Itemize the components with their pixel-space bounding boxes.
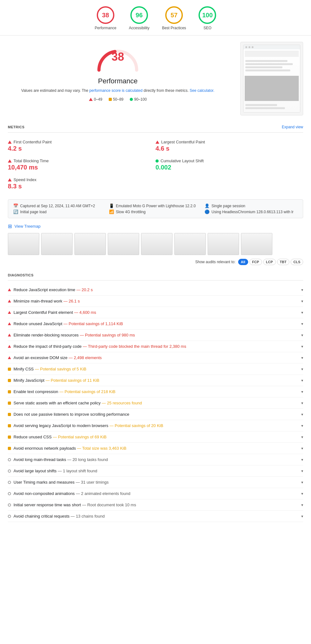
metrics-section-title: METRICS <box>8 125 25 129</box>
diag-text: Avoid large layout shifts — 1 layout shi… <box>14 469 97 473</box>
diag-circle-icon <box>8 469 11 473</box>
score-performance[interactable]: 38 Performance <box>95 6 117 30</box>
diagnostic-item[interactable]: Eliminate render-blocking resources — Po… <box>8 330 303 341</box>
diag-text: Avoid enormous network payloads — Total … <box>14 446 126 451</box>
score-circle-performance: 38 <box>97 6 114 24</box>
diagnostic-item[interactable]: Reduce the impact of third-party code — … <box>8 341 303 352</box>
film-frame <box>74 233 106 255</box>
metric-tbt: Total Blocking Time 10,470 ms <box>8 155 156 174</box>
chevron-down-icon: ▾ <box>301 299 303 303</box>
diag-square-icon <box>8 368 11 371</box>
chevron-down-icon: ▾ <box>301 424 303 428</box>
diag-text: Minify CSS — Potential savings of 5 KiB <box>14 367 86 371</box>
metric-value: 4.2 s <box>8 145 156 152</box>
diagnostic-item[interactable]: Avoid long main-thread tasks — 20 long t… <box>8 454 303 465</box>
diagnostic-item[interactable]: Avoid enormous network payloads — Total … <box>8 443 303 454</box>
metric-triangle-icon <box>156 141 159 144</box>
metric-label: Total Blocking Time <box>14 158 49 163</box>
chevron-down-icon: ▾ <box>301 367 303 371</box>
diagnostic-item[interactable]: Avoid serving legacy JavaScript to moder… <box>8 420 303 431</box>
metric-triangle-icon <box>8 178 12 181</box>
diagnostics-section-title: DIAGNOSTICS <box>8 273 34 277</box>
film-frame <box>208 233 239 255</box>
diag-text: Avoid long main-thread tasks — 20 long t… <box>14 457 108 462</box>
diagnostic-item[interactable]: Initial server response time was short —… <box>8 499 303 511</box>
throttle-icon: 📶 <box>109 209 114 214</box>
filter-label: Show audits relevant to: <box>195 260 235 264</box>
perf-score: 38 <box>112 50 124 64</box>
diagnostic-item[interactable]: Avoid non-composited animations — 2 anim… <box>8 488 303 499</box>
diag-text: Avoid non-composited animations — 2 anim… <box>14 491 130 496</box>
filter-btn-fcp[interactable]: FCP <box>249 259 262 265</box>
diagnostic-item[interactable]: Minify JavaScript — Potential savings of… <box>8 375 303 386</box>
diag-text: User Timing marks and measures — 31 user… <box>14 480 109 485</box>
diag-detail: — Potential savings of 218 KiB <box>59 389 116 394</box>
metric-value: 4.6 s <box>156 145 303 152</box>
diag-text: Reduce unused CSS — Potential savings of… <box>14 435 106 439</box>
diagnostic-item[interactable]: Reduce unused CSS — Potential savings of… <box>8 431 303 443</box>
score-accessibility[interactable]: 96 Accessibility <box>129 6 149 30</box>
diagnostic-item[interactable]: User Timing marks and measures — 31 user… <box>8 477 303 488</box>
score-seo[interactable]: 100 SEO <box>199 6 216 30</box>
calendar-icon: 📅 <box>13 203 18 208</box>
browser-info: Using HeadlessChromium 128.0.6613.113 wi… <box>211 210 293 214</box>
device-info: Emulated Moto G Power with Lighthouse 12… <box>116 204 196 208</box>
metric-value: 10,470 ms <box>8 164 156 171</box>
chevron-down-icon: ▾ <box>301 378 303 383</box>
diag-square-icon <box>8 413 11 416</box>
legend-range-0: 0–49 <box>94 97 102 102</box>
chevron-down-icon: ▾ <box>301 469 303 473</box>
load-icon: 🔄 <box>13 209 18 214</box>
diagnostic-item[interactable]: Reduce JavaScript execution time — 20.2 … <box>8 284 303 296</box>
film-frame <box>108 233 139 255</box>
chevron-down-icon: ▾ <box>301 401 303 405</box>
score-circle-accessibility: 96 <box>130 6 148 24</box>
device-icon: 📱 <box>109 203 114 208</box>
diag-text: Minify JavaScript — Potential savings of… <box>14 378 99 383</box>
diag-triangle-icon <box>8 288 11 291</box>
diagnostic-item[interactable]: Enable text compression — Potential savi… <box>8 386 303 397</box>
diag-detail: — Third-party code blocked the main thre… <box>83 344 186 349</box>
filter-btn-lcp[interactable]: LCP <box>263 259 276 265</box>
diag-square-icon <box>8 390 11 393</box>
diag-detail: — 2,498 elements <box>68 355 102 360</box>
score-legend: 0–49 50–89 90–100 <box>8 97 228 102</box>
diagnostics-list: Reduce JavaScript execution time — 20.2 … <box>8 284 303 522</box>
expand-view-link[interactable]: Expand view <box>282 125 303 129</box>
film-thumb <box>74 233 106 255</box>
film-thumb <box>41 233 73 255</box>
diag-square-icon <box>8 424 11 427</box>
diag-detail: — 31 user timings <box>76 480 109 485</box>
diagnostic-item[interactable]: Serve static assets with an efficient ca… <box>8 397 303 409</box>
browser-icon: 🔵 <box>205 209 210 214</box>
diagnostic-item[interactable]: Minimize main-thread work — 26.1 s ▾ <box>8 296 303 307</box>
diagnostic-item[interactable]: Reduce unused JavaScript — Potential sav… <box>8 318 303 330</box>
film-thumb <box>141 233 172 255</box>
diagnostic-item[interactable]: Does not use passive listeners to improv… <box>8 409 303 420</box>
filter-btn-all[interactable]: All <box>238 259 248 265</box>
treemap-link[interactable]: ⊞ View Treemap <box>8 223 303 229</box>
filter-btn-cls[interactable]: CLS <box>291 259 303 265</box>
diagnostic-item[interactable]: Avoid chaining critical requests — 13 ch… <box>8 511 303 522</box>
chevron-down-icon: ▾ <box>301 390 303 394</box>
diag-detail: — 26.1 s <box>63 299 80 303</box>
perf-score-link[interactable]: performance score is calculated <box>89 88 142 93</box>
film-frame <box>241 233 272 255</box>
score-label-performance: Performance <box>95 26 117 30</box>
filter-btn-tbt[interactable]: TBT <box>277 259 289 265</box>
diagnostic-item[interactable]: Minify CSS — Potential savings of 5 KiB … <box>8 364 303 375</box>
diagnostic-item[interactable]: Avoid an excessive DOM size — 2,498 elem… <box>8 352 303 364</box>
diag-text: Eliminate render-blocking resources — Po… <box>14 333 135 337</box>
film-frame <box>174 233 206 255</box>
diagnostic-item[interactable]: Avoid large layout shifts — 1 layout shi… <box>8 465 303 477</box>
perf-title: Performance <box>8 77 228 85</box>
calculator-link[interactable]: See calculator. <box>190 88 215 93</box>
diag-triangle-icon <box>8 300 11 303</box>
diag-circle-icon <box>8 481 11 484</box>
film-frame <box>8 233 39 255</box>
chevron-down-icon: ▾ <box>301 356 303 360</box>
score-best-practices[interactable]: 57 Best Practices <box>162 6 186 30</box>
page-load-type: Initial page load <box>20 210 46 214</box>
metric-si: Speed Index 8.3 s <box>8 174 156 193</box>
diagnostic-item[interactable]: Largest Contentful Paint element — 4,600… <box>8 307 303 318</box>
